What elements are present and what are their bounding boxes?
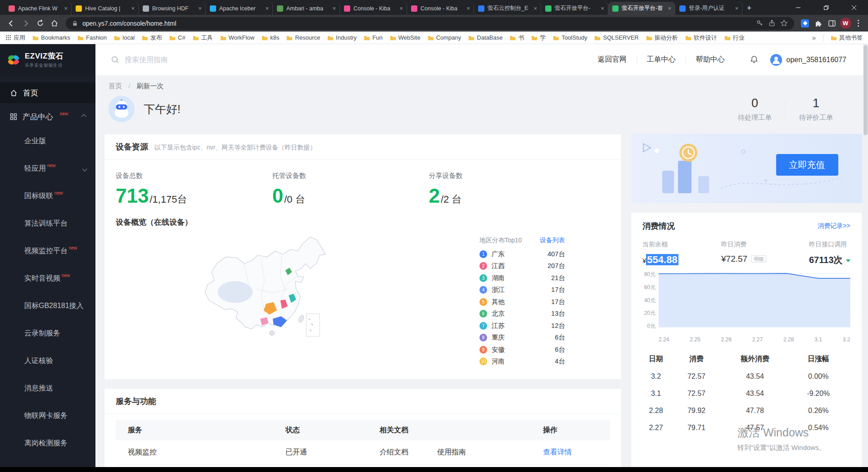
- sidebar-subitem[interactable]: 国标GB28181接入: [0, 292, 95, 320]
- tab-close-icon[interactable]: ×: [601, 5, 604, 12]
- browser-tab[interactable]: Console - Kiba ×: [340, 2, 407, 15]
- link-help-center[interactable]: 帮助中心: [696, 55, 725, 64]
- forward-button[interactable]: [19, 17, 32, 30]
- sidebar-group-product-center[interactable]: 产品中心new: [0, 106, 95, 127]
- window-minimize-button[interactable]: [784, 0, 812, 15]
- detail-tag[interactable]: 明细: [751, 255, 766, 263]
- reload-button[interactable]: [33, 17, 47, 30]
- sidebar-subitem[interactable]: 消息推送: [0, 375, 95, 402]
- sidebar-subitem[interactable]: 视频监控平台new: [0, 237, 95, 265]
- bookmark-folder[interactable]: local: [114, 34, 135, 42]
- bookmark-folder[interactable]: ToolStudy: [553, 34, 587, 42]
- sidebar-subitem[interactable]: 国标级联new: [0, 182, 95, 210]
- sidebar-subitem[interactable]: 实时音视频new: [0, 265, 95, 292]
- browser-tab[interactable]: Console - Kiba ×: [407, 2, 474, 15]
- consumption-records-link[interactable]: 消费记录>>: [818, 222, 850, 230]
- link-work-orders[interactable]: 工单中心: [647, 55, 676, 64]
- profile-avatar[interactable]: W: [839, 17, 852, 30]
- bookmark-folder[interactable]: WebSite: [390, 34, 420, 42]
- browser-tab[interactable]: 萤石开放平台-首 ×: [608, 2, 675, 15]
- sidebar-subitem[interactable]: 云录制服务: [0, 320, 95, 347]
- notifications-bell-icon[interactable]: [750, 55, 759, 64]
- new-tab-button[interactable]: +: [742, 2, 756, 15]
- sidebar-subitem[interactable]: 人证核验: [0, 347, 95, 375]
- browser-tab[interactable]: 萤石开放平台- ×: [541, 2, 608, 15]
- bookmark-folder[interactable]: Industry: [327, 34, 357, 42]
- sidebar-subitem[interactable]: 企业版: [0, 127, 95, 155]
- tab-close-icon[interactable]: ×: [399, 5, 403, 12]
- browser-tab[interactable]: 萤石云控制台_E ×: [474, 2, 541, 15]
- browser-tab[interactable]: Hive Catalog | ×: [72, 2, 139, 15]
- pending-orders-stat[interactable]: 0 待处理工单: [724, 96, 785, 122]
- bookmark-folder[interactable]: 软件设计: [685, 34, 717, 42]
- pending-review-stat[interactable]: 1 待评价工单: [786, 96, 846, 122]
- bookmark-folder[interactable]: 行业: [724, 34, 745, 42]
- share-icon[interactable]: [768, 19, 776, 27]
- bookmark-folder[interactable]: C#: [169, 34, 185, 42]
- tab-close-icon[interactable]: ×: [265, 5, 269, 12]
- bookmark-folder[interactable]: 书: [510, 34, 524, 42]
- browser-tab[interactable]: Apache Iceber ×: [206, 2, 273, 15]
- bookmarks-overflow-icon[interactable]: »: [812, 34, 816, 41]
- other-bookmarks[interactable]: 其他书签: [831, 34, 863, 42]
- doc-link[interactable]: 使用指南: [437, 448, 466, 457]
- bookmark-folder[interactable]: k8s: [262, 34, 279, 42]
- sidebar-item-home[interactable]: 首页: [0, 82, 95, 103]
- scrollbar-thumb[interactable]: [863, 45, 868, 135]
- caret-down-icon[interactable]: [846, 259, 850, 264]
- address-bar[interactable]: open.ys7.com/console/home.html: [66, 17, 794, 30]
- search-input[interactable]: [125, 56, 318, 64]
- password-key-icon[interactable]: [756, 19, 764, 27]
- device-list-link[interactable]: 设备列表: [540, 236, 565, 245]
- browser-tab[interactable]: 登录-用户认证 ×: [675, 2, 742, 15]
- sidebar-subitem[interactable]: 轻应用new: [0, 155, 95, 182]
- bookmark-folder[interactable]: Bookmarks: [32, 34, 70, 42]
- recharge-button[interactable]: 立即充值: [776, 154, 838, 176]
- sidebar-subitem[interactable]: 物联网卡服务: [0, 402, 95, 430]
- home-button[interactable]: [48, 17, 61, 30]
- tab-close-icon[interactable]: ×: [668, 5, 671, 12]
- user-avatar[interactable]: [770, 54, 782, 66]
- tab-close-icon[interactable]: ×: [466, 5, 470, 12]
- bookmark-folder[interactable]: 振动分析: [646, 34, 678, 42]
- sidebar-subitem[interactable]: 离岗检测服务: [0, 430, 95, 457]
- bookmark-apps[interactable]: 应用: [5, 34, 25, 42]
- sidebar-subitem[interactable]: 算法训练平台: [0, 210, 95, 237]
- window-restore-button[interactable]: [812, 0, 840, 15]
- tab-close-icon[interactable]: ×: [64, 5, 68, 12]
- link-official-site[interactable]: 返回官网: [598, 55, 627, 64]
- search-box[interactable]: [111, 55, 318, 64]
- bookmark-folder[interactable]: DataBase: [468, 34, 502, 42]
- brand-logo[interactable]: EZVIZ萤石 乐享安全智能生活: [0, 44, 95, 75]
- bookmark-folder[interactable]: Fun: [364, 34, 382, 42]
- side-panel-icon[interactable]: [826, 17, 838, 30]
- extensions-puzzle-icon[interactable]: [812, 17, 825, 30]
- url-text[interactable]: open.ys7.com/console/home.html: [82, 20, 751, 27]
- browser-tab[interactable]: Apache Flink W ×: [5, 2, 72, 15]
- tab-close-icon[interactable]: ×: [533, 5, 537, 12]
- bookmark-folder[interactable]: 发布: [142, 34, 162, 42]
- bookmark-folder[interactable]: SQLSERVER: [594, 34, 638, 42]
- window-close-button[interactable]: [840, 0, 868, 15]
- bookmark-folder[interactable]: 学: [531, 34, 546, 42]
- bookmark-folder[interactable]: Fashion: [77, 34, 107, 42]
- browser-menu-icon[interactable]: [853, 17, 863, 30]
- username[interactable]: open_3581616077: [787, 56, 846, 64]
- browser-tab[interactable]: Browsing HDF ×: [139, 2, 206, 15]
- breadcrumb-home[interactable]: 首页: [108, 82, 122, 90]
- page-scrollbar[interactable]: [863, 44, 868, 467]
- view-details-link[interactable]: 查看详情: [543, 448, 572, 456]
- bookmark-folder[interactable]: WorkFlow: [220, 34, 255, 42]
- doc-link[interactable]: 介绍文档: [380, 448, 408, 457]
- bookmark-folder[interactable]: 工具: [193, 34, 213, 42]
- bookmark-star-icon[interactable]: [780, 19, 788, 27]
- back-button[interactable]: [5, 17, 18, 30]
- bookmark-folder[interactable]: Company: [428, 34, 461, 42]
- china-map[interactable]: [183, 230, 372, 347]
- tab-close-icon[interactable]: ×: [332, 5, 336, 12]
- tab-close-icon[interactable]: ×: [131, 5, 135, 12]
- bookmark-folder[interactable]: Resource: [286, 34, 320, 42]
- tab-close-icon[interactable]: ×: [735, 5, 738, 12]
- pinned-extension-icon[interactable]: [799, 17, 811, 30]
- tab-close-icon[interactable]: ×: [198, 5, 202, 12]
